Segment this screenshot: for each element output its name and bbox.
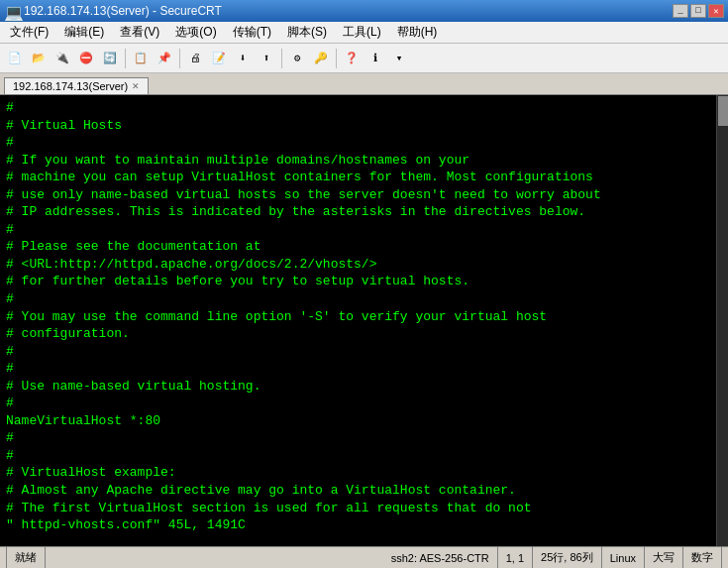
new-session-button[interactable]: 📄 (4, 48, 26, 69)
scrollbar-thumb[interactable] (718, 96, 728, 126)
menu-item-h[interactable]: 帮助(H) (389, 22, 446, 43)
menu-item-o[interactable]: 选项(O) (167, 22, 224, 43)
toolbar: 📄 📂 🔌 ⛔ 🔄 📋 📌 🖨 📝 ⬇ ⬆ ⚙ 🔑 ❓ ℹ ▾ (0, 44, 728, 73)
maximize-button[interactable]: □ (690, 4, 706, 18)
log-button[interactable]: 📝 (208, 48, 230, 69)
session-status: ssh2: AES-256-CTR (383, 547, 498, 568)
dropdown-button[interactable]: ▾ (388, 48, 410, 69)
toolbar-separator-4 (336, 49, 337, 68)
disconnect-button[interactable]: ⛔ (75, 48, 97, 69)
position-status: 1, 1 (498, 547, 533, 568)
status-bar: 就绪 ssh2: AES-256-CTR 1, 1 25行, 86列 Linux… (0, 546, 728, 568)
toolbar-separator-3 (281, 49, 282, 68)
menu-item-f[interactable]: 文件(F) (2, 22, 56, 43)
reconnect-button[interactable]: 🔄 (99, 48, 121, 69)
tab-label: 192.168.174.13(Server) (13, 80, 128, 92)
tab-bar: 192.168.174.13(Server) ✕ (0, 73, 728, 95)
key-button[interactable]: 🔑 (310, 48, 332, 69)
num-status: 数字 (683, 547, 722, 568)
xmodem-button[interactable]: ⬇ (232, 48, 254, 69)
os-status: Linux (602, 547, 645, 568)
copy-button[interactable]: 📋 (130, 48, 152, 69)
connect-button[interactable]: 🔌 (52, 48, 73, 69)
menu-item-v[interactable]: 查看(V) (112, 22, 167, 43)
ready-status: 就绪 (6, 547, 46, 568)
window-title: 192.168.174.13(Server) - SecureCRT (24, 4, 222, 18)
terminal-content[interactable]: # # Virtual Hosts # # If you want to mai… (0, 95, 716, 546)
lines-status: 25行, 86列 (533, 547, 602, 568)
toolbar-separator-2 (179, 49, 180, 68)
paste-button[interactable]: 📌 (154, 48, 175, 69)
settings-button[interactable]: ⚙ (286, 48, 308, 69)
about-button[interactable]: ℹ (364, 48, 386, 69)
print-button[interactable]: 🖨 (184, 48, 206, 69)
window-controls: _ □ ✕ (673, 4, 724, 18)
menu-item-t[interactable]: 传输(T) (225, 22, 279, 43)
minimize-button[interactable]: _ (673, 4, 688, 18)
caps-status: 大写 (645, 547, 683, 568)
menu-item-l[interactable]: 工具(L) (335, 22, 389, 43)
close-button[interactable]: ✕ (708, 4, 724, 18)
open-button[interactable]: 📂 (28, 48, 50, 69)
session-tab[interactable]: 192.168.174.13(Server) ✕ (4, 77, 149, 94)
zmodem-button[interactable]: ⬆ (256, 48, 277, 69)
app-icon: 💻 (4, 3, 20, 19)
title-bar: 💻 192.168.174.13(Server) - SecureCRT _ □… (0, 0, 728, 22)
menu-item-s[interactable]: 脚本(S) (279, 22, 335, 43)
menu-item-e[interactable]: 编辑(E) (56, 22, 112, 43)
help-button[interactable]: ❓ (341, 48, 363, 69)
toolbar-separator-1 (125, 49, 126, 68)
terminal-scrollbar[interactable] (716, 95, 728, 546)
menu-bar: 文件(F)编辑(E)查看(V)选项(O)传输(T)脚本(S)工具(L)帮助(H) (0, 22, 728, 44)
terminal-container: # # Virtual Hosts # # If you want to mai… (0, 95, 728, 546)
tab-close-button[interactable]: ✕ (132, 81, 140, 91)
